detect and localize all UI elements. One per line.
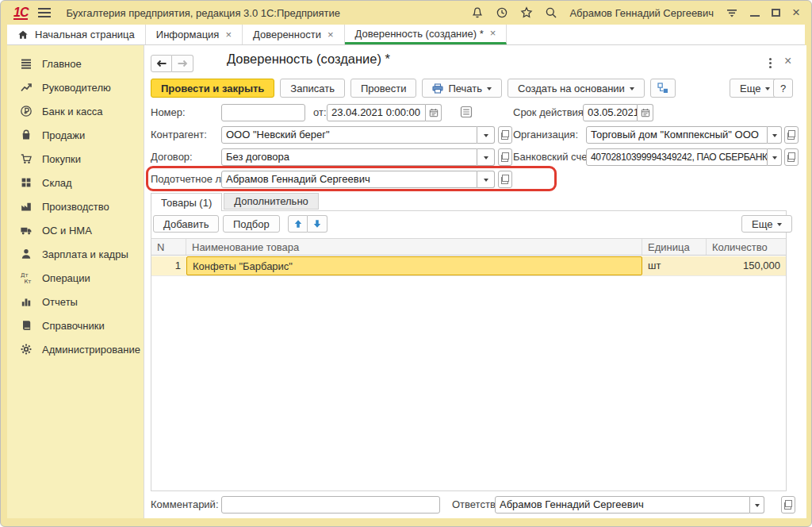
sidebar-item-label: Склад: [42, 177, 72, 189]
comment-input[interactable]: [221, 496, 440, 514]
sidebar-item-directories[interactable]: Справочники: [7, 314, 144, 337]
quantity-cell[interactable]: 150,000: [707, 256, 786, 275]
open-icon[interactable]: [498, 148, 512, 166]
move-up-icon[interactable]: [288, 215, 308, 233]
sidebar: Главное Руководителю Банк и касса Продаж…: [7, 45, 144, 518]
contract-input[interactable]: Без договора: [221, 148, 477, 166]
dropdown-icon[interactable]: [768, 126, 782, 144]
tab-close-icon[interactable]: [327, 31, 334, 39]
date-list-icon[interactable]: [460, 106, 473, 118]
dropdown-icon[interactable]: [768, 148, 782, 166]
table-row[interactable]: 1 Конфеты "Барбарис" шт 150,000: [151, 256, 786, 276]
sidebar-item-operations[interactable]: ДтКт Операции: [7, 266, 144, 290]
search-icon[interactable]: [545, 6, 557, 19]
validity-input[interactable]: 03.05.2021: [583, 104, 638, 121]
sidebar-item-payroll-hr[interactable]: Зарплата и кадры: [7, 242, 144, 266]
home-icon: [17, 29, 29, 40]
cart-icon: [20, 152, 33, 165]
open-icon[interactable]: [784, 126, 799, 144]
sidebar-item-label: Отчеты: [42, 296, 78, 308]
product-name-cell[interactable]: Конфеты "Барбарис": [186, 256, 642, 275]
tab-close-icon[interactable]: [225, 31, 232, 39]
forward-button[interactable]: [172, 55, 193, 72]
nav-history-group: [151, 55, 193, 72]
open-icon[interactable]: [498, 126, 512, 144]
tab-attorney-new[interactable]: Доверенность (создание) *: [345, 25, 508, 44]
main-menu-icon[interactable]: [38, 8, 51, 17]
maximize-icon[interactable]: [772, 9, 780, 17]
sidebar-item-sales[interactable]: Продажи: [7, 123, 144, 147]
warehouse-grid-icon: [20, 176, 33, 189]
tab-home[interactable]: Начальная страница: [7, 25, 146, 44]
open-icon[interactable]: [784, 148, 799, 166]
number-input[interactable]: [221, 104, 305, 121]
sidebar-item-production[interactable]: Производство: [7, 194, 144, 218]
column-header-qty[interactable]: Количество: [707, 239, 786, 255]
table-more-button[interactable]: Еще: [741, 215, 792, 233]
sidebar-item-fixed-assets[interactable]: ОС и НМА: [7, 218, 144, 242]
star-icon[interactable]: [520, 6, 533, 19]
sidebar-item-warehouse[interactable]: Склад: [7, 171, 144, 194]
counterparty-input[interactable]: ООО "Невский берег": [221, 126, 477, 144]
sidebar-item-purchases[interactable]: Покупки: [7, 147, 144, 171]
counterparty-input-group: ООО "Невский берег": [221, 126, 495, 144]
organization-input[interactable]: Торговый дом "Комппексный" ООО: [586, 126, 768, 144]
save-button[interactable]: Записать: [280, 79, 345, 98]
form-menu-icon[interactable]: [769, 58, 772, 60]
tab-label: Информация: [156, 29, 220, 40]
bank-account-input[interactable]: 40702810399994349242, ПАО СБЕРБАНК: [586, 148, 768, 166]
column-header-name[interactable]: Наименование товара: [186, 239, 642, 255]
service-menu-icon[interactable]: [726, 6, 738, 19]
related-documents-button[interactable]: [650, 79, 676, 98]
calendar-icon[interactable]: [426, 104, 442, 121]
sidebar-item-main[interactable]: Главное: [7, 52, 144, 75]
tab-label: Начальная страница: [35, 29, 135, 40]
1c-logo-icon: 1С: [13, 6, 28, 20]
add-row-button[interactable]: Добавить: [153, 215, 219, 233]
tab-close-icon[interactable]: [490, 29, 496, 37]
dropdown-icon[interactable]: [477, 171, 495, 188]
tab-additional[interactable]: Дополнительно: [224, 193, 319, 210]
tab-attorneys[interactable]: Доверенности: [243, 25, 345, 44]
bag-icon: [20, 129, 33, 141]
accountable-person-input[interactable]: Абрамов Геннадий Сергеевич: [221, 171, 477, 188]
column-header-n[interactable]: N: [151, 239, 186, 255]
form-close-icon[interactable]: [784, 54, 791, 68]
contract-input-group: Без договора: [221, 148, 495, 166]
post-button[interactable]: Провести: [350, 79, 417, 98]
responsible-input[interactable]: Абрамов Геннадий Сергеевич: [495, 496, 750, 514]
sidebar-item-label: Зарплата и кадры: [42, 248, 128, 260]
truck-icon: [20, 224, 33, 237]
main-tabbar: Начальная страница Информация Довереннос…: [7, 25, 805, 45]
organization-label: Организация:: [513, 129, 578, 140]
pick-button[interactable]: Подбор: [223, 215, 280, 233]
sidebar-item-bank-cash[interactable]: Банк и касса: [7, 99, 144, 123]
close-icon[interactable]: [792, 7, 800, 18]
tab-label: Доверенность (создание) *: [355, 28, 484, 40]
bell-icon[interactable]: [471, 6, 484, 19]
dropdown-icon[interactable]: [477, 126, 495, 144]
post-and-close-button[interactable]: Провести и закрыть: [151, 79, 274, 98]
open-icon[interactable]: [781, 496, 795, 514]
create-based-on-button[interactable]: Создать на основании: [508, 79, 645, 98]
sidebar-item-manager[interactable]: Руководителю: [7, 75, 144, 99]
column-header-unit[interactable]: Единица: [642, 239, 707, 255]
move-down-icon[interactable]: [308, 215, 327, 233]
dropdown-icon[interactable]: [750, 496, 764, 514]
date-input[interactable]: 23.04.2021 0:00:00: [327, 104, 426, 121]
calendar-icon[interactable]: [638, 104, 653, 121]
back-button[interactable]: [151, 55, 172, 72]
dropdown-icon[interactable]: [477, 148, 495, 166]
sidebar-item-administration[interactable]: Администрирование: [7, 337, 144, 361]
open-icon[interactable]: [498, 171, 512, 188]
tab-goods[interactable]: Товары (1): [151, 193, 222, 211]
tab-information[interactable]: Информация: [146, 25, 243, 44]
help-button[interactable]: ?: [773, 79, 793, 98]
print-button[interactable]: Печать: [422, 79, 502, 98]
history-icon[interactable]: [496, 6, 508, 19]
sidebar-item-reports[interactable]: Отчеты: [7, 290, 144, 314]
current-user[interactable]: Абрамов Геннадий Сергеевич: [569, 7, 714, 19]
unit-cell[interactable]: шт: [642, 256, 707, 275]
minimize-icon[interactable]: [750, 9, 760, 17]
row-number-cell[interactable]: 1: [151, 256, 186, 275]
